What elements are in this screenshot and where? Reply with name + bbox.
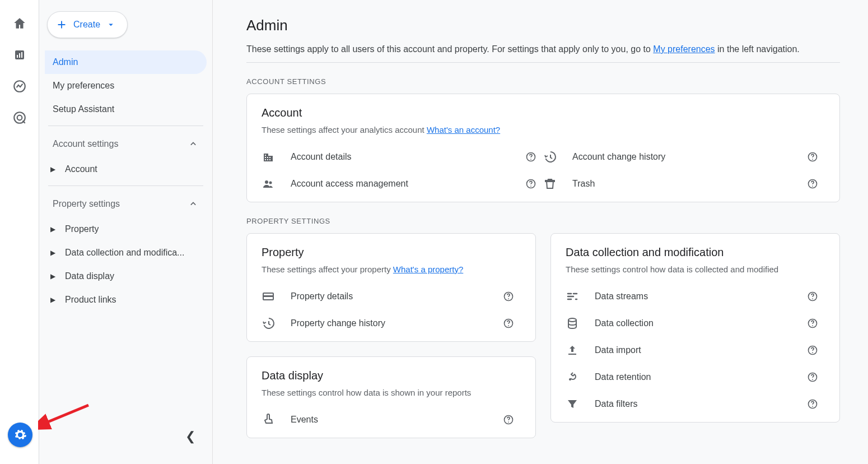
help-icon[interactable] xyxy=(503,291,514,302)
link-label: Account access management xyxy=(291,179,510,189)
sidebar-item-label: Admin xyxy=(53,57,78,67)
card-title: Data collection and modification xyxy=(566,246,825,259)
page-title: Admin xyxy=(246,17,840,34)
chevron-up-icon xyxy=(188,138,199,150)
dropdown-icon xyxy=(106,20,116,30)
building-icon xyxy=(262,150,275,164)
link-label: Trash xyxy=(572,179,791,189)
property-card: Property These settings affect your prop… xyxy=(246,233,536,342)
section-title: Property settings xyxy=(53,199,120,209)
help-icon[interactable] xyxy=(503,318,514,329)
link-account-access-management[interactable]: Account access management xyxy=(262,170,543,197)
help-icon[interactable] xyxy=(807,318,818,329)
link-data-import[interactable]: Data import xyxy=(566,337,825,364)
sidebar-sub-label: Data display xyxy=(65,271,114,281)
link-trash[interactable]: Trash xyxy=(543,170,825,197)
link-events[interactable]: Events xyxy=(262,406,521,433)
sidebar-sub-data-display[interactable]: ▶ Data display xyxy=(45,265,207,288)
history-icon xyxy=(543,150,557,164)
reports-icon[interactable] xyxy=(12,47,27,63)
sidebar-section-account-settings[interactable]: Account settings xyxy=(45,131,207,157)
data-collection-card: Data collection and modification These s… xyxy=(550,233,840,423)
sidebar-sub-property[interactable]: ▶ Property xyxy=(45,217,207,241)
card-icon xyxy=(262,290,275,303)
whats-account-link[interactable]: What's an account? xyxy=(427,125,500,134)
link-label: Events xyxy=(291,415,487,425)
link-data-filters[interactable]: Data filters xyxy=(566,391,825,417)
streams-icon xyxy=(566,290,579,303)
sidebar-sub-data-collection[interactable]: ▶ Data collection and modifica... xyxy=(45,241,207,265)
link-label: Account change history xyxy=(572,152,791,162)
link-label: Property details xyxy=(291,291,487,301)
my-preferences-link[interactable]: My preferences xyxy=(653,44,715,54)
filter-icon xyxy=(566,397,579,411)
help-icon[interactable] xyxy=(807,178,818,189)
sidebar-sub-account[interactable]: ▶ Account xyxy=(45,157,207,181)
sidebar-item-setup-assistant[interactable]: Setup Assistant xyxy=(45,98,207,121)
sidebar-sub-product-links[interactable]: ▶ Product links xyxy=(45,288,207,312)
explore-icon[interactable] xyxy=(12,78,27,94)
link-label: Property change history xyxy=(291,318,487,328)
help-icon[interactable] xyxy=(503,414,514,425)
card-desc: These settings affect your property What… xyxy=(262,265,521,274)
link-label: Data streams xyxy=(595,291,791,301)
card-title: Property xyxy=(262,246,521,259)
link-data-retention[interactable]: Data retention xyxy=(566,364,825,391)
card-desc: These settings control how data is shown… xyxy=(262,388,521,397)
whats-property-link[interactable]: What's a property? xyxy=(393,265,463,274)
create-button[interactable]: Create xyxy=(47,11,128,38)
page-subtitle: These settings apply to all users of thi… xyxy=(246,44,840,54)
link-property-details[interactable]: Property details xyxy=(262,283,521,310)
database-icon xyxy=(566,317,579,330)
caret-right-icon: ▶ xyxy=(50,165,57,173)
subtitle-text: These settings apply to all users of thi… xyxy=(246,44,653,54)
link-account-details[interactable]: Account details xyxy=(262,143,543,170)
link-label: Account details xyxy=(291,152,510,162)
touch-icon xyxy=(262,413,275,426)
people-icon xyxy=(262,177,275,191)
advertising-icon[interactable] xyxy=(12,110,27,126)
sidebar: Create Admin My preferences Setup Assist… xyxy=(39,0,213,464)
sidebar-sub-label: Product links xyxy=(65,295,116,305)
admin-gear-button[interactable] xyxy=(8,423,32,447)
sidebar-sub-label: Property xyxy=(65,224,99,234)
section-title: Account settings xyxy=(53,139,118,149)
section-label-property: PROPERTY SETTINGS xyxy=(246,217,840,225)
card-desc-text: These settings affect your property xyxy=(262,265,393,274)
help-icon[interactable] xyxy=(525,178,536,189)
help-icon[interactable] xyxy=(807,151,818,163)
link-data-streams[interactable]: Data streams xyxy=(566,283,825,310)
card-desc: These settings control how data is colle… xyxy=(566,265,825,274)
help-icon[interactable] xyxy=(807,372,818,383)
plus-icon xyxy=(55,18,68,31)
upload-icon xyxy=(566,344,579,357)
account-card: Account These settings affect your analy… xyxy=(246,94,840,202)
main-content: Admin These settings apply to all users … xyxy=(213,0,868,464)
subtitle-text: in the left navigation. xyxy=(715,44,800,54)
create-label: Create xyxy=(73,20,100,30)
help-icon[interactable] xyxy=(807,345,818,356)
sidebar-item-my-preferences[interactable]: My preferences xyxy=(45,74,207,98)
sidebar-sub-label: Data collection and modifica... xyxy=(65,248,184,258)
home-icon[interactable] xyxy=(12,16,27,31)
link-account-change-history[interactable]: Account change history xyxy=(543,143,825,170)
sidebar-item-label: Setup Assistant xyxy=(53,104,114,114)
card-title: Account xyxy=(262,106,825,119)
link-label: Data filters xyxy=(595,399,791,409)
section-label-account: ACCOUNT SETTINGS xyxy=(246,77,840,86)
sidebar-sub-label: Account xyxy=(65,164,97,174)
sidebar-item-admin[interactable]: Admin xyxy=(45,50,207,74)
help-icon[interactable] xyxy=(807,398,818,410)
chevron-up-icon xyxy=(188,198,199,210)
link-property-change-history[interactable]: Property change history xyxy=(262,310,521,337)
help-icon[interactable] xyxy=(807,291,818,302)
collapse-sidebar-button[interactable]: ❮ xyxy=(185,429,195,444)
sidebar-section-property-settings[interactable]: Property settings xyxy=(45,191,207,217)
help-icon[interactable] xyxy=(525,151,536,163)
trash-icon xyxy=(543,177,557,191)
link-data-collection[interactable]: Data collection xyxy=(566,310,825,337)
link-label: Data retention xyxy=(595,372,791,382)
history-icon xyxy=(262,317,275,330)
link-label: Data collection xyxy=(595,318,791,328)
sidebar-item-label: My preferences xyxy=(53,81,114,91)
